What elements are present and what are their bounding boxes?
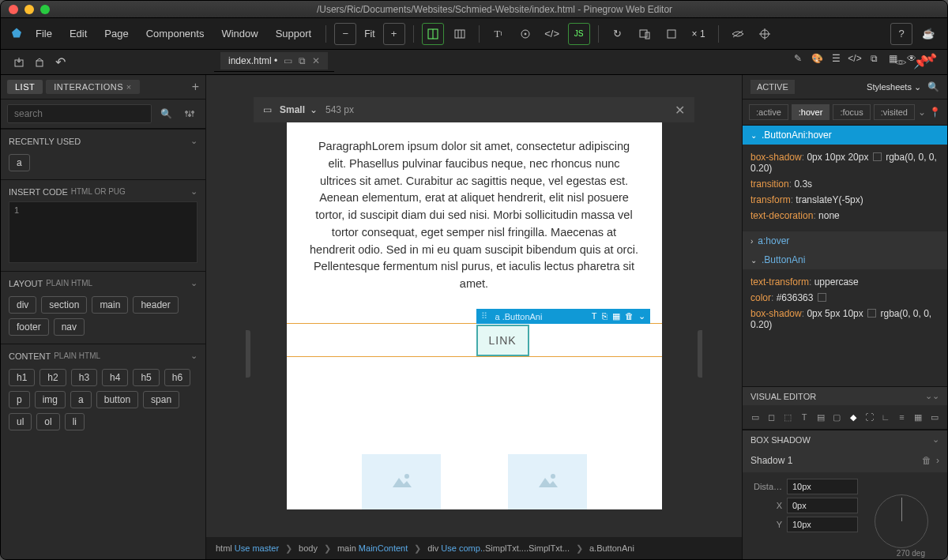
window-minimize-button[interactable] [24, 5, 34, 14]
rule-header-buttonani-hover[interactable]: ⌄ .ButtonAni:hover [743, 126, 947, 145]
pseudo-active[interactable]: :active [749, 104, 788, 120]
rule-header-a-hover[interactable]: › a:hover [743, 231, 947, 250]
refresh-icon[interactable]: ↻ [607, 23, 629, 45]
pin-icon[interactable]: 📍 [929, 107, 941, 118]
section-layout[interactable]: LAYOUT Plain HTML ⌄ [1, 271, 205, 293]
window-close-button[interactable] [9, 5, 18, 14]
chevron-down-icon[interactable]: ⌄ [918, 107, 926, 118]
ve-grid-icon[interactable]: ▦ [912, 410, 925, 424]
grid-icon[interactable]: ▦ [612, 311, 620, 321]
list-icon[interactable]: ☰ [827, 50, 845, 67]
paragraph-text[interactable]: ParagraphLorem ipsum dolor sit amet, con… [287, 122, 662, 293]
content-chip-h2[interactable]: h2 [40, 369, 66, 386]
grid-toggle-icon[interactable] [422, 23, 444, 45]
y-input[interactable] [787, 517, 858, 532]
layout-chip-footer[interactable]: footer [9, 318, 49, 336]
breadcrumb-a[interactable]: a.ButtonAni [589, 543, 634, 553]
shadow-entry[interactable]: Shadow 1 🗑 › [743, 449, 947, 472]
content-chip-ul[interactable]: ul [9, 413, 32, 430]
ve-list-icon[interactable]: ≡ [895, 410, 908, 424]
help-icon[interactable]: ? [890, 23, 912, 45]
menu-components[interactable]: Components [140, 24, 211, 43]
crosshair-icon[interactable] [754, 23, 776, 45]
paint-icon[interactable]: ✎ [789, 50, 807, 67]
pin-icon[interactable]: 📌 [922, 50, 939, 67]
recent-chip-a[interactable]: a [9, 154, 30, 171]
breadcrumb-html[interactable]: html Use master [216, 543, 279, 553]
ve-rect-icon[interactable]: ▭ [927, 410, 941, 424]
close-viewport-icon[interactable]: ✕ [675, 103, 685, 118]
breadcrumb-div[interactable]: div Use comp..SimplTxt....SimplTxt... [427, 543, 570, 553]
layout-chip-section[interactable]: section [41, 296, 87, 314]
breadcrumb-body[interactable]: body [299, 543, 318, 553]
visibility-icon[interactable] [727, 23, 749, 45]
document-tab[interactable]: index.html • ▭ ⧉ ✕ [220, 52, 328, 70]
chevron-right-icon[interactable]: › [936, 455, 939, 466]
palette-icon[interactable]: 🎨 [808, 50, 826, 67]
content-chip-h6[interactable]: h6 [164, 369, 190, 386]
menu-edit[interactable]: Edit [63, 24, 93, 43]
selection-toolbar[interactable]: ⠿ a .ButtonAni T ⎘ ▦ 🗑 ⌄ [476, 309, 650, 324]
distance-input[interactable] [787, 479, 858, 494]
duplicate-icon[interactable]: ⎘ [602, 311, 608, 321]
devices-small-icon[interactable]: ⧉ [299, 55, 306, 66]
section-recently-used[interactable]: RECENTLY USED ⌄ [1, 129, 205, 151]
target-icon[interactable] [514, 23, 536, 45]
delete-shadow-icon[interactable]: 🗑 [922, 455, 931, 466]
ve-border-icon[interactable]: ▢ [830, 410, 844, 424]
ve-angle-icon[interactable]: ∟ [879, 410, 893, 424]
content-chip-ol[interactable]: ol [36, 413, 59, 430]
link-button-element[interactable]: LINK [476, 325, 529, 356]
zoom-fit-label[interactable]: Fit [364, 28, 374, 39]
content-chip-p[interactable]: p [9, 391, 30, 408]
section-insert-code[interactable]: INSERT CODE HTML or PUG ⌄ [1, 179, 205, 201]
search-input[interactable] [7, 104, 152, 123]
pseudo-visited[interactable]: :visited [874, 104, 915, 120]
menu-window[interactable]: Window [215, 24, 264, 43]
ve-size-icon[interactable]: ⬚ [781, 410, 795, 424]
css-property[interactable]: transform: translateY(-5px) [750, 192, 939, 208]
drag-handle-icon[interactable]: ⠿ [481, 311, 489, 321]
css-property[interactable]: text-decoration: none [750, 208, 939, 224]
right-resize-handle[interactable] [698, 330, 702, 378]
menu-file[interactable]: File [29, 24, 58, 43]
code-editor[interactable]: 1 [9, 201, 198, 263]
ve-display-icon[interactable]: ▭ [749, 410, 762, 424]
eye-icon[interactable]: 👁 [903, 50, 920, 67]
tab-interactions[interactable]: INTERACTIONS [46, 80, 139, 94]
ve-position-icon[interactable]: ◻ [766, 410, 779, 424]
css-property[interactable]: color: #636363 [750, 290, 939, 306]
rule-header-buttonani[interactable]: ⌄ .ButtonAni [743, 250, 947, 269]
section-content[interactable]: CONTENT Plain HTML ⌄ [1, 344, 205, 366]
zoom-out-icon[interactable]: − [334, 23, 356, 45]
content-chip-img[interactable]: img [35, 391, 66, 408]
content-chip-h1[interactable]: h1 [9, 369, 35, 386]
content-chip-button[interactable]: button [96, 391, 138, 408]
menu-support[interactable]: Support [269, 24, 318, 43]
image-placeholder[interactable] [508, 454, 587, 509]
code-tool-icon[interactable]: </> [541, 23, 563, 45]
content-chip-a[interactable]: a [70, 391, 92, 408]
export-icon[interactable] [29, 52, 50, 73]
css-property[interactable]: transition: 0.3s [750, 176, 939, 192]
content-chip-h3[interactable]: h3 [71, 369, 97, 386]
layout-chip-nav[interactable]: nav [54, 318, 85, 336]
import-icon[interactable] [9, 52, 29, 73]
stylesheets-dropdown[interactable]: Stylesheets ⌄ [867, 82, 921, 92]
tree-icon[interactable]: ⧉ [865, 50, 882, 67]
active-tab[interactable]: ACTIVE [750, 80, 795, 94]
devices-icon[interactable] [634, 23, 656, 45]
content-chip-span[interactable]: span [143, 391, 179, 408]
layout-chip-div[interactable]: div [9, 296, 36, 314]
box-shadow-header[interactable]: BOX SHADOW ⌄ [743, 430, 947, 449]
css-property[interactable]: box-shadow: 0px 10px 20px rgba(0, 0, 0, … [750, 149, 939, 176]
add-tab-icon[interactable]: + [192, 80, 199, 94]
page-canvas[interactable]: ParagraphLorem ipsum dolor sit amet, con… [287, 122, 662, 509]
filter-icon[interactable] [180, 104, 199, 123]
pseudo-focus[interactable]: :focus [833, 104, 870, 120]
ve-shadow-icon[interactable]: ◆ [846, 410, 860, 424]
columns-icon[interactable] [449, 23, 471, 45]
breadcrumb-main[interactable]: main MainContent [337, 543, 408, 553]
left-resize-handle[interactable] [246, 330, 250, 378]
zoom-in-icon[interactable]: + [383, 23, 405, 45]
